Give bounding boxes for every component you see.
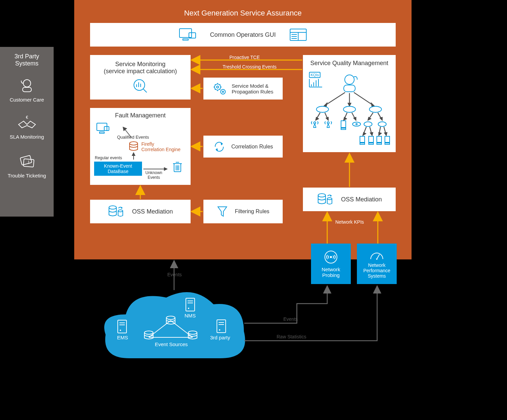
external-arrows xyxy=(0,0,507,420)
raw-stats-label: Raw Statistics xyxy=(277,334,306,339)
events-up-label: Events xyxy=(167,272,182,277)
events-right-label: Events xyxy=(283,316,298,322)
